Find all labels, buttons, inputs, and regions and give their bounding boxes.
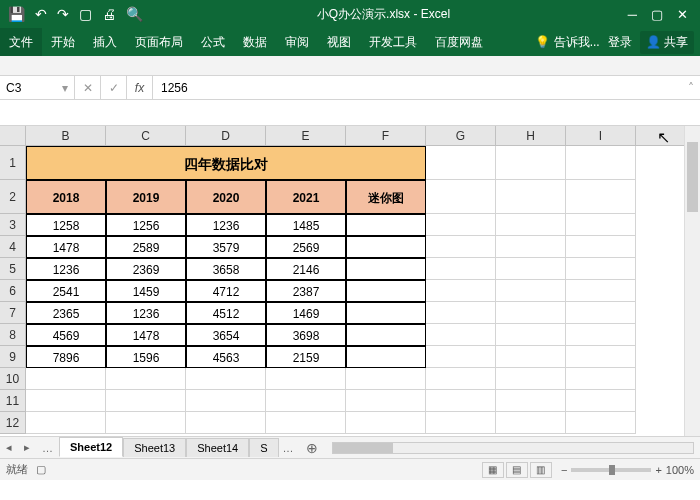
tab-layout[interactable]: 页面布局	[126, 28, 192, 56]
row-header[interactable]: 3	[0, 214, 26, 236]
cell[interactable]	[346, 214, 426, 236]
column-header[interactable]: F	[346, 126, 426, 145]
cell[interactable]: 7896	[26, 346, 106, 368]
cell[interactable]: 2387	[266, 280, 346, 302]
row-header[interactable]: 4	[0, 236, 26, 258]
sheet-tab[interactable]: S	[249, 438, 278, 457]
save-icon[interactable]: 💾	[8, 6, 25, 22]
sheet-tab[interactable]: Sheet13	[123, 438, 186, 457]
cell[interactable]	[426, 258, 496, 280]
horizontal-scrollbar[interactable]	[332, 442, 694, 454]
tab-insert[interactable]: 插入	[84, 28, 126, 56]
zoom-slider[interactable]	[571, 468, 651, 472]
cell[interactable]: 2589	[106, 236, 186, 258]
cell[interactable]	[566, 368, 636, 390]
minimize-button[interactable]: ─	[628, 7, 637, 22]
share-button[interactable]: 👤 共享	[640, 31, 694, 54]
formula-input[interactable]: 1256	[153, 81, 682, 95]
cell[interactable]	[346, 412, 426, 434]
cell[interactable]	[496, 368, 566, 390]
cell[interactable]	[346, 368, 426, 390]
sheet-nav-next[interactable]: ▸	[18, 441, 36, 454]
chevron-down-icon[interactable]: ▾	[62, 81, 68, 95]
column-header[interactable]: C	[106, 126, 186, 145]
fx-icon[interactable]: fx	[127, 76, 153, 99]
cell[interactable]: 1258	[26, 214, 106, 236]
preview-icon[interactable]: 🔍	[126, 6, 143, 22]
cell[interactable]	[566, 146, 636, 180]
cell[interactable]	[346, 258, 426, 280]
sheet-nav-more[interactable]: …	[36, 442, 59, 454]
cell[interactable]	[186, 368, 266, 390]
cell[interactable]	[566, 236, 636, 258]
new-icon[interactable]: ▢	[79, 6, 92, 22]
cell[interactable]	[266, 412, 346, 434]
tab-review[interactable]: 审阅	[276, 28, 318, 56]
close-button[interactable]: ✕	[677, 7, 688, 22]
cell[interactable]	[346, 236, 426, 258]
tell-me[interactable]: 💡 告诉我...	[535, 34, 599, 51]
row-header[interactable]: 12	[0, 412, 26, 434]
cell[interactable]	[566, 280, 636, 302]
view-pagebreak-button[interactable]: ▥	[530, 462, 552, 478]
cell[interactable]	[566, 324, 636, 346]
cell[interactable]: 3654	[186, 324, 266, 346]
select-all-corner[interactable]	[0, 126, 26, 145]
tab-formula[interactable]: 公式	[192, 28, 234, 56]
cell[interactable]: 2569	[266, 236, 346, 258]
row-header[interactable]: 6	[0, 280, 26, 302]
cell[interactable]: 1478	[106, 324, 186, 346]
cell[interactable]	[496, 214, 566, 236]
cell[interactable]	[566, 302, 636, 324]
cell[interactable]: 4712	[186, 280, 266, 302]
cell[interactable]: 2146	[266, 258, 346, 280]
cell[interactable]: 2365	[26, 302, 106, 324]
cell[interactable]: 2541	[26, 280, 106, 302]
column-header[interactable]: B	[26, 126, 106, 145]
cell[interactable]	[106, 390, 186, 412]
cell[interactable]	[346, 390, 426, 412]
cell[interactable]	[426, 368, 496, 390]
cell[interactable]: 2159	[266, 346, 346, 368]
cell[interactable]	[426, 346, 496, 368]
cell[interactable]	[26, 390, 106, 412]
cell[interactable]	[26, 368, 106, 390]
cell[interactable]	[496, 258, 566, 280]
undo-icon[interactable]: ↶	[35, 6, 47, 22]
row-header[interactable]: 8	[0, 324, 26, 346]
add-sheet-button[interactable]: ⊕	[298, 440, 326, 456]
cell[interactable]: 1236	[26, 258, 106, 280]
more-sheets-icon[interactable]: …	[279, 442, 298, 454]
cell[interactable]	[496, 236, 566, 258]
row-header[interactable]: 5	[0, 258, 26, 280]
zoom-in-button[interactable]: +	[655, 464, 661, 476]
cell[interactable]	[26, 412, 106, 434]
cell[interactable]	[566, 214, 636, 236]
column-header[interactable]: D	[186, 126, 266, 145]
view-pagelayout-button[interactable]: ▤	[506, 462, 528, 478]
cell[interactable]	[426, 324, 496, 346]
cell[interactable]	[496, 180, 566, 214]
sheet-tab[interactable]: Sheet14	[186, 438, 249, 457]
cell[interactable]: 1596	[106, 346, 186, 368]
cell[interactable]: 1236	[186, 214, 266, 236]
cell[interactable]	[496, 346, 566, 368]
cell[interactable]: 1459	[106, 280, 186, 302]
zoom-out-button[interactable]: −	[561, 464, 567, 476]
cell[interactable]	[566, 346, 636, 368]
macro-record-icon[interactable]: ▢	[36, 463, 46, 476]
column-header[interactable]: I	[566, 126, 636, 145]
cell[interactable]	[186, 390, 266, 412]
row-header[interactable]: 11	[0, 390, 26, 412]
column-header[interactable]: H	[496, 126, 566, 145]
cell[interactable]	[426, 302, 496, 324]
enter-formula-button[interactable]: ✓	[101, 76, 127, 99]
cell[interactable]	[496, 302, 566, 324]
row-header[interactable]: 2	[0, 180, 26, 214]
tab-view[interactable]: 视图	[318, 28, 360, 56]
cell[interactable]	[496, 412, 566, 434]
cell[interactable]: 3658	[186, 258, 266, 280]
cell[interactable]: 1469	[266, 302, 346, 324]
cell[interactable]	[566, 412, 636, 434]
cell[interactable]	[106, 368, 186, 390]
